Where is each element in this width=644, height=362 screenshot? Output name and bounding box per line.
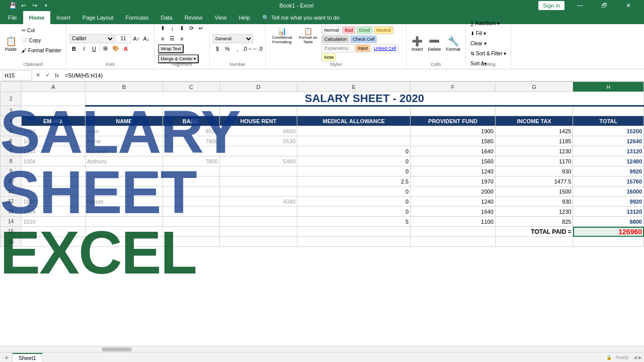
- minimize-button[interactable]: —: [569, 0, 592, 11]
- cell-g15[interactable]: TOTAL PAID =: [495, 227, 573, 237]
- align-bottom-button[interactable]: ⬇: [177, 24, 186, 33]
- tab-page-layout[interactable]: Page Layout: [76, 11, 120, 24]
- style-explanatory[interactable]: Explanatory...: [321, 44, 354, 52]
- align-center-button[interactable]: ☰: [168, 34, 177, 43]
- cell-h9[interactable]: 9920: [573, 166, 644, 176]
- cell-g13[interactable]: 1230: [495, 207, 573, 217]
- cell-c3[interactable]: [163, 106, 219, 116]
- cell-c15[interactable]: [163, 227, 219, 237]
- currency-button[interactable]: $: [213, 44, 222, 53]
- style-check-cell[interactable]: Check Cell: [350, 35, 377, 43]
- cell-a3[interactable]: [22, 106, 85, 116]
- cell-c7[interactable]: [163, 146, 219, 156]
- col-header-h[interactable]: H: [573, 82, 644, 92]
- cell-h7[interactable]: 13120: [573, 146, 644, 156]
- cell-f7[interactable]: 1640: [411, 146, 496, 156]
- cell-h12[interactable]: 9920: [573, 197, 644, 207]
- cell-d5[interactable]: 6650: [219, 126, 297, 136]
- align-middle-button[interactable]: ↕: [168, 24, 177, 33]
- cell-h16[interactable]: [573, 237, 644, 247]
- cell-b7[interactable]: Eduardo: [85, 146, 163, 156]
- scrollbar-nav[interactable]: ◀ ▶: [633, 355, 642, 360]
- wrap-text-button[interactable]: Wrap Text: [158, 44, 183, 53]
- cell-d12[interactable]: 4340: [219, 197, 297, 207]
- cell-h10[interactable]: 15760: [573, 176, 644, 187]
- cell-d7[interactable]: [219, 146, 297, 156]
- cell-g7[interactable]: 1230: [495, 146, 573, 156]
- cell-c16[interactable]: [163, 237, 219, 247]
- cell-a9[interactable]: [22, 166, 85, 176]
- cell-f14[interactable]: 1100: [411, 217, 496, 227]
- percent-button[interactable]: %: [223, 44, 232, 53]
- decimal-increase-button[interactable]: .0→: [243, 44, 252, 53]
- cell-b11[interactable]: [85, 187, 163, 197]
- customize-icon[interactable]: ▾: [41, 1, 50, 10]
- tab-home[interactable]: Home: [23, 11, 51, 24]
- format-as-table-button[interactable]: 📋 Format asTable: [295, 26, 320, 45]
- cell-reference-box[interactable]: H15: [2, 70, 32, 80]
- align-top-button[interactable]: ⬆: [158, 24, 167, 33]
- cell-f10[interactable]: 1970: [411, 176, 496, 187]
- save-icon[interactable]: 💾: [8, 1, 17, 10]
- style-normal[interactable]: Normal: [321, 26, 341, 34]
- cell-d3[interactable]: [219, 106, 297, 116]
- style-neutral[interactable]: Neutral: [374, 26, 393, 34]
- cell-d4[interactable]: HOUSE RENT: [219, 116, 297, 126]
- font-family-select[interactable]: Calibri: [69, 34, 115, 43]
- scrollbar-thumb[interactable]: [102, 347, 132, 351]
- cell-f3[interactable]: [411, 106, 496, 116]
- tab-view[interactable]: View: [209, 11, 233, 24]
- border-button[interactable]: ⊞: [101, 44, 110, 53]
- cell-b13[interactable]: [85, 207, 163, 217]
- cell-a15[interactable]: [22, 227, 85, 237]
- cell-d15[interactable]: [219, 227, 297, 237]
- cell-f13[interactable]: 1640: [411, 207, 496, 217]
- cell-f16[interactable]: [411, 237, 496, 247]
- cell-d6[interactable]: 5530: [219, 136, 297, 146]
- cell-e6[interactable]: [297, 136, 411, 146]
- sheet-tab-1[interactable]: Sheet1: [12, 353, 43, 362]
- cell-e15[interactable]: [297, 227, 411, 237]
- cell-e11[interactable]: 0: [297, 187, 411, 197]
- cell-c10[interactable]: [163, 176, 219, 187]
- cell-b5[interactable]: John: [85, 126, 163, 136]
- cell-e8[interactable]: 0: [297, 156, 411, 166]
- cell-g16[interactable]: [495, 237, 573, 247]
- cell-a14[interactable]: 1010: [22, 217, 85, 227]
- bold-button[interactable]: B: [69, 44, 78, 53]
- cell-h4[interactable]: TOTAL: [573, 116, 644, 126]
- italic-button[interactable]: I: [79, 44, 89, 53]
- cell-a5[interactable]: 1001: [22, 126, 85, 136]
- indent-button[interactable]: ↵: [196, 24, 205, 33]
- col-header-g[interactable]: G: [495, 82, 573, 92]
- underline-button[interactable]: U: [90, 44, 99, 53]
- cell-g8[interactable]: 1170: [495, 156, 573, 166]
- cell-c14[interactable]: [163, 217, 219, 227]
- sign-in-button[interactable]: Sign in: [538, 1, 565, 10]
- tab-formulas[interactable]: Formulas: [120, 11, 155, 24]
- cell-a2[interactable]: [22, 92, 85, 106]
- undo-icon[interactable]: ↩: [19, 1, 28, 10]
- cell-c4[interactable]: BASIC: [163, 116, 219, 126]
- redo-icon[interactable]: ↪: [30, 1, 39, 10]
- cancel-formula-button[interactable]: ✕: [34, 72, 42, 78]
- cell-a12[interactable]: 1009: [22, 197, 85, 207]
- cell-g12[interactable]: 930: [495, 197, 573, 207]
- cell-a16[interactable]: [22, 237, 85, 247]
- cell-title[interactable]: SALARY SHEET - 2020: [85, 92, 643, 106]
- cell-a13[interactable]: 1009: [22, 207, 85, 217]
- cell-b12[interactable]: Harold: [85, 197, 163, 207]
- col-header-f[interactable]: F: [411, 82, 496, 92]
- font-size-increase[interactable]: A↑: [132, 34, 141, 43]
- cell-a4[interactable]: EM-NO.: [22, 116, 85, 126]
- cell-b14[interactable]: [85, 217, 163, 227]
- cell-b8[interactable]: Anthony: [85, 156, 163, 166]
- cell-a11[interactable]: [22, 187, 85, 197]
- cell-e7[interactable]: 0: [297, 146, 411, 156]
- cell-g9[interactable]: 930: [495, 166, 573, 176]
- cell-b3[interactable]: [85, 106, 163, 116]
- conditional-formatting-button[interactable]: 📊 ConditionalFormatting: [269, 26, 294, 45]
- cell-g5[interactable]: 1425: [495, 126, 573, 136]
- cell-h6[interactable]: 12640: [573, 136, 644, 146]
- decimal-decrease-button[interactable]: ←.0: [253, 44, 262, 53]
